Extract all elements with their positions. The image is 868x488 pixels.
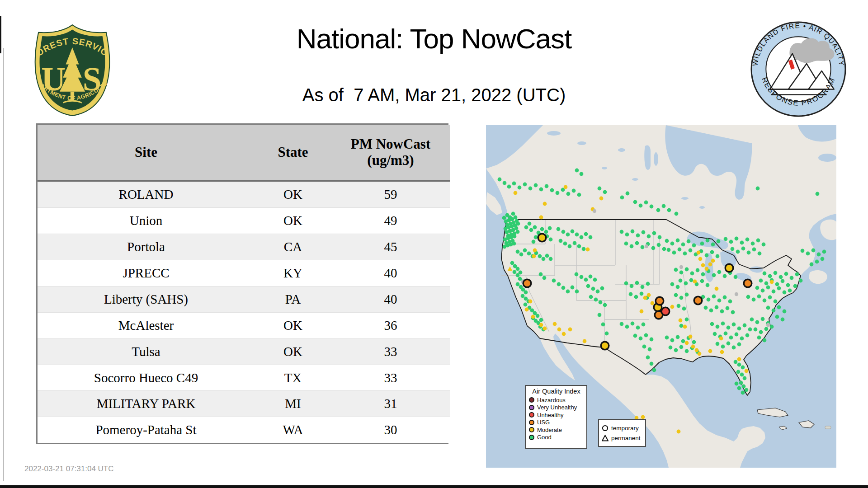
monitor-dot-good [712, 273, 716, 277]
monitor-dot-good [566, 233, 570, 237]
monitor-dot-good [740, 373, 744, 377]
monitor-dot-good [743, 324, 747, 328]
monitor-dot-good [625, 233, 629, 237]
monitor-dot-good [624, 242, 628, 246]
monitor-dot-good [696, 268, 700, 272]
monitor-dot-good [540, 227, 544, 231]
monitor-dot-good [821, 257, 825, 261]
monitor-dot-good [662, 247, 666, 251]
monitor-dot-good [584, 278, 588, 282]
monitor-dot-good [679, 271, 684, 275]
monitor-dot-good [534, 183, 538, 188]
top-site-marker-usg [523, 279, 531, 287]
monitor-dot-good [766, 286, 770, 290]
monitor-dot-good [641, 245, 645, 249]
monitor-dot-good [737, 363, 741, 367]
monitor-dot-good [510, 261, 514, 265]
monitor-dot-good [707, 298, 711, 302]
aqi-legend-item: Hazardous [529, 396, 584, 404]
monitor-dot-good [761, 289, 765, 293]
monitor-dot-good [652, 231, 656, 235]
monitor-dot-good [689, 278, 693, 282]
monitor-dot-good [512, 242, 516, 246]
monitor-dot-good [681, 339, 685, 343]
monitor-dot-good [793, 284, 797, 288]
monitor-dot-good [639, 204, 643, 208]
monitor-dot-good [752, 248, 756, 252]
monitor-dot-moderate [553, 322, 557, 326]
monitor-dot-good [817, 253, 821, 257]
monitor-dot-good [740, 241, 744, 245]
monitor-dot-good [630, 244, 634, 249]
monitor-dot-moderate [568, 328, 572, 332]
monitor-dot-moderate [647, 293, 651, 297]
aqi-legend-item: Unhealthy [529, 411, 584, 419]
monitor-dot-moderate [693, 280, 697, 284]
monitor-dot-good [635, 241, 639, 245]
monitor-dot-good [669, 346, 673, 350]
monitor-dot-moderate [557, 328, 561, 332]
monitor-dot-good [716, 254, 720, 258]
monitor-dot-good [650, 362, 654, 366]
monitor-dot-good [801, 249, 805, 253]
monitor-dot-good [777, 286, 781, 291]
monitor-dot-good [571, 230, 575, 234]
monitor-dot-good [605, 332, 609, 336]
monitor-dot-good [542, 257, 546, 261]
table-row: MILITARY PARKMI31 [38, 391, 450, 417]
monitor-dot-good [723, 296, 727, 300]
monitor-dot-good [706, 283, 710, 287]
monitor-dot-moderate [698, 352, 702, 356]
monitor-dot-good [717, 239, 721, 244]
monitor-dot-good [786, 283, 790, 287]
monitor-dot-good [575, 169, 579, 173]
monitor-dot-good [737, 386, 741, 390]
monitor-dot-good [651, 246, 656, 250]
monitor-dot-good [741, 247, 745, 251]
monitor-dot-good [692, 244, 696, 248]
monitor-dot-good [523, 183, 527, 187]
monitor-dot-good [662, 204, 666, 208]
monitor-dot-good [755, 320, 760, 324]
monitor-dot-moderate [685, 341, 689, 345]
page-title: National: Top NowCast [0, 23, 868, 55]
monitor-dot-nodata [645, 244, 648, 248]
monitor-dot-good [692, 340, 696, 344]
table-row: Pomeroy-Pataha StWA30 [38, 417, 450, 443]
monitor-dot-good [775, 315, 779, 319]
monitor-dot-good [710, 322, 714, 326]
monitor-dot-good [557, 227, 561, 231]
top-nowcast-table: Site State PM NowCast (ug/m3) ROLANDOK59… [36, 123, 448, 444]
monitor-dot-good [720, 310, 724, 314]
monitor-dot-good [764, 282, 769, 286]
monitor-dot-good [822, 250, 826, 254]
monitor-dot-good [620, 196, 624, 200]
generated-timestamp: 2022-03-21 07:31:04 UTC [24, 465, 114, 474]
monitor-dot-good [589, 295, 593, 299]
monitor-dot-good [736, 250, 740, 254]
monitor-dot-good [657, 243, 661, 247]
aqi-legend: Air Quality Index HazardousVery Unhealth… [525, 385, 587, 449]
monitor-dot-moderate [720, 350, 724, 354]
monitor-dot-moderate [583, 339, 587, 343]
monitor-dot-good [735, 382, 739, 386]
monitor-dot-good [679, 345, 684, 349]
monitor-dot-good [728, 300, 732, 304]
monitor-dot-good [545, 184, 549, 188]
monitor-dot-good [687, 239, 691, 244]
top-site-marker-moderate [725, 264, 733, 272]
monitor-dot-good [768, 296, 772, 300]
monitor-dot-good [679, 324, 684, 328]
monitor-dot-good [533, 225, 537, 230]
monitor-dot-good [710, 250, 714, 254]
monitor-dot-moderate [708, 349, 712, 353]
screen-bottom-bar [0, 485, 868, 488]
monitor-dot-good [625, 325, 629, 329]
monitor-dot-good [745, 333, 750, 338]
monitor-dot-good [552, 279, 556, 283]
monitor-dot-good [577, 244, 581, 249]
monitor-dot-good [717, 270, 722, 274]
monitor-dot-good [712, 295, 716, 299]
top-site-marker-usg [744, 279, 752, 287]
aqi-label: Moderate [537, 427, 562, 433]
